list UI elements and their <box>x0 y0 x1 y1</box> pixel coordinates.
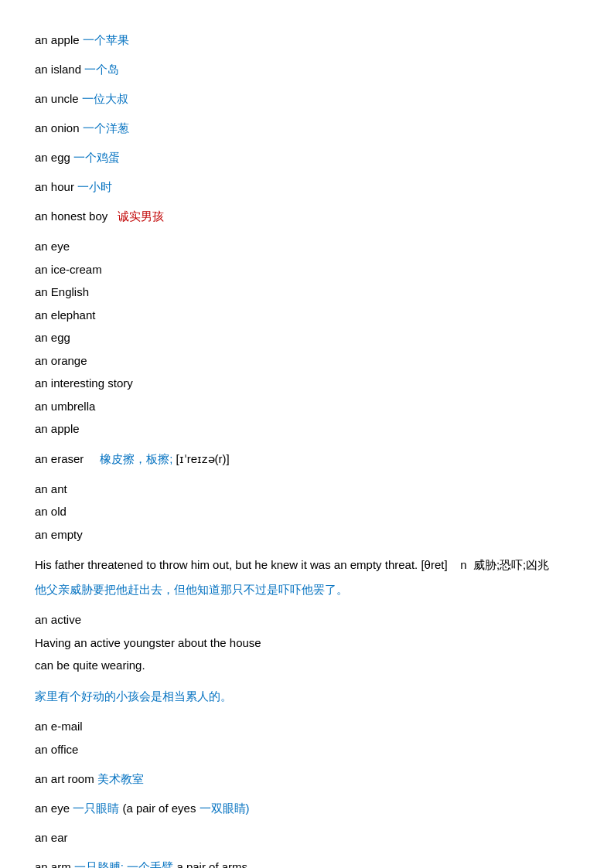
en-text: an eraser <box>35 452 84 465</box>
entry-hour: an hour 一小时 <box>35 178 579 196</box>
en-text: an uncle <box>35 92 79 105</box>
list-item: an ice-cream <box>35 260 579 280</box>
list-item: an interesting story <box>35 373 579 393</box>
active-item: an active <box>35 610 579 630</box>
entry-apple: an apple 一个苹果 <box>35 31 579 49</box>
entry-eraser: an eraser 橡皮擦，板擦; [ɪˈreɪzə(r)] <box>35 450 579 468</box>
list-block: an eye an ice-cream an English an elepha… <box>35 237 579 439</box>
en-text: an honest boy <box>35 209 107 223</box>
active-block: an active Having an active youngster abo… <box>35 610 579 676</box>
list-item: an empty <box>35 525 579 545</box>
list-item: an egg <box>35 328 579 348</box>
list-block2: an ant an old an empty <box>35 479 579 545</box>
zh-text2: 一个手臂 <box>127 860 173 868</box>
zh-text: 一个苹果 <box>83 33 129 46</box>
en-text: an island <box>35 63 81 76</box>
sentence-en: His father threatened to throw him out, … <box>35 555 579 575</box>
content: an apple 一个苹果 an island 一个岛 an uncle 一位大… <box>35 31 579 868</box>
zh-text: 一个鸡蛋 <box>73 151 120 164</box>
zh-text: 一只胳膊; <box>74 860 124 868</box>
active-item: can be quite wearing. <box>35 655 579 676</box>
entry-island: an island 一个岛 <box>35 60 579 79</box>
list-item: an apple <box>35 419 579 439</box>
en-text: an onion <box>35 121 80 134</box>
zh-text: 一位大叔 <box>82 92 128 105</box>
entry-ear: an ear <box>35 829 579 847</box>
list-item: an orange <box>35 351 579 371</box>
list-item: an old <box>35 502 579 522</box>
office-item: an office <box>35 740 579 760</box>
extra-text: a pair of arms <box>176 860 247 868</box>
en-text: an hour <box>35 180 74 193</box>
active-zh: 家里有个好动的小孩会是相当累人的。 <box>35 686 579 706</box>
entry-uncle: an uncle 一位大叔 <box>35 90 579 108</box>
zh-text: 诚实男孩 <box>118 209 164 223</box>
zh-text2: 一双眼睛) <box>200 802 250 815</box>
en-text: an ear <box>35 831 68 844</box>
sentence-zh: 他父亲威胁要把他赶出去，但他知道那只不过是吓吓他罢了。 <box>35 580 579 600</box>
entry-onion: an onion 一个洋葱 <box>35 119 579 138</box>
entry-egg: an egg 一个鸡蛋 <box>35 148 579 167</box>
space <box>111 209 114 223</box>
list-item: an eye <box>35 237 579 257</box>
spacer <box>87 452 97 465</box>
zh-text: 橡皮擦，板擦; <box>100 452 172 465</box>
en-text: an egg <box>35 151 70 164</box>
extra-text: (a pair of eyes <box>122 802 196 815</box>
list-item: an English <box>35 282 579 302</box>
list-item: an umbrella <box>35 397 579 417</box>
sentence-text: His father threatened to throw him out, … <box>35 558 549 571</box>
email-item: an e-mail <box>35 717 579 737</box>
entry-eye: an eye 一只眼睛 (a pair of eyes 一双眼睛) <box>35 799 579 818</box>
en-text: an apple <box>35 33 80 46</box>
entry-honest-boy: an honest boy 诚实男孩 <box>35 207 579 226</box>
email-block: an e-mail an office <box>35 717 579 759</box>
active-item: Having an active youngster about the hou… <box>35 633 579 653</box>
list-item: an elephant <box>35 305 579 325</box>
zh-text: 一只眼睛 <box>73 802 119 815</box>
entry-art-room: an art room 美术教室 <box>35 770 579 788</box>
translation-text: 他父亲威胁要把他赶出去，但他知道那只不过是吓吓他罢了。 <box>35 583 348 596</box>
en-text: an arm <box>35 860 71 868</box>
phonetic-text: [ɪˈreɪzə(r)] <box>176 452 230 465</box>
zh-text: 美术教室 <box>97 772 144 785</box>
en-text: an eye <box>35 802 70 815</box>
translation-text: 家里有个好动的小孩会是相当累人的。 <box>35 689 232 703</box>
zh-text: 一个洋葱 <box>83 121 129 134</box>
list-item: an ant <box>35 479 579 499</box>
entry-arm: an arm 一只胳膊; 一个手臂 a pair of arms <box>35 858 579 868</box>
en-text: an art room <box>35 772 94 785</box>
zh-text: 一个岛 <box>84 63 119 76</box>
zh-text: 一小时 <box>77 180 112 193</box>
